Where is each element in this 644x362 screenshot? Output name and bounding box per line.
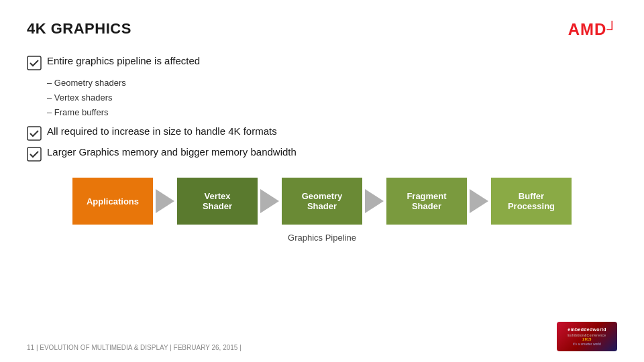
pipeline-box-buffer-label: BufferProcessing [508,191,555,211]
arrow-shape-1 [156,189,174,213]
arrow-3 [362,188,386,215]
pipeline-box-geometry-shader: GeometryShader [282,178,362,225]
pipeline-box-applications: Applications [72,178,153,225]
amd-logo-text: AMD [568,20,607,39]
pipeline-box-vertex-label: VertexShader [203,191,232,211]
bullet-item-1: Entire graphics pipeline is affected [27,55,617,70]
sub-bullet-1-3: Frame buffers [47,105,617,120]
ew-logo-line3: it's a smarter world [573,342,601,346]
pipeline-box-fragment-shader: FragmentShader [386,178,467,225]
checkbox-icon-2 [27,126,42,141]
svg-rect-1 [28,127,41,140]
pipeline-box-applications-label: Applications [87,196,139,206]
arrow-4 [467,188,491,215]
pipeline-boxes: Applications VertexShader GeometryShader… [72,178,572,225]
content-section: Entire graphics pipeline is affected Geo… [27,55,617,162]
checkbox-icon-3 [27,147,42,162]
arrow-1 [153,188,177,215]
amd-logo-symbol: ┘ [606,21,617,38]
bullet-item-2: All required to increase in size to hand… [27,125,617,141]
bullet-text-2: All required to increase in size to hand… [47,125,277,137]
checkbox-icon-1 [27,56,42,70]
bullet-text-1: Entire graphics pipeline is affected [47,55,200,66]
pipeline-box-buffer-processing: BufferProcessing [491,178,572,225]
page: 4K GRAPHICS AMD┘ Entire graphics pipelin… [0,0,644,362]
ew-logo-line1: embeddedworldExhibition&Conference [568,327,606,337]
footer: 11 | EVOLUTION OF MULTIMEDIA & DISPLAY |… [27,322,617,351]
arrow-shape-4 [470,189,488,213]
ew-logo-line2: 2015 [582,337,591,342]
arrow-shape-3 [365,189,384,213]
footer-text: 11 | EVOLUTION OF MULTIMEDIA & DISPLAY |… [27,344,241,351]
pipeline-section: Applications VertexShader GeometryShader… [27,178,617,243]
sub-bullet-1-2: Vertex shaders [47,90,617,105]
sub-bullets-1: Geometry shaders Vertex shaders Frame bu… [47,76,617,120]
page-title: 4K GRAPHICS [27,20,131,38]
pipeline-box-fragment-label: FragmentShader [407,191,446,211]
arrow-2 [258,188,282,215]
sub-bullet-1-1: Geometry shaders [47,76,617,90]
ew-logo-badge: embeddedworldExhibition&Conference 2015 … [557,322,617,351]
arrow-shape-2 [260,189,279,213]
header: 4K GRAPHICS AMD┘ [27,20,617,39]
embedded-world-logo: embeddedworldExhibition&Conference 2015 … [557,322,617,351]
pipeline-label: Graphics Pipeline [288,233,356,243]
svg-rect-0 [28,56,41,70]
bullet-item-3: Larger Graphics memory and bigger memory… [27,146,617,162]
pipeline-box-vertex-shader: VertexShader [177,178,258,225]
svg-rect-2 [28,147,41,161]
amd-logo: AMD┘ [568,20,617,39]
bullet-text-3: Larger Graphics memory and bigger memory… [47,146,297,158]
pipeline-box-geometry-label: GeometryShader [302,191,343,211]
